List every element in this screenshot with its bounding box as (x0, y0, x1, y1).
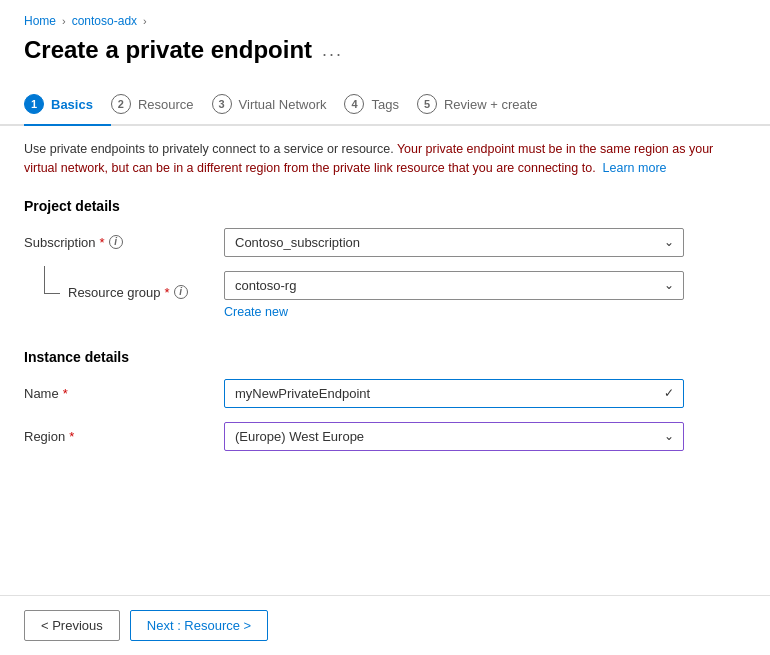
breadcrumb-home[interactable]: Home (24, 14, 56, 28)
subscription-label: Subscription * i (24, 228, 224, 250)
region-required: * (69, 429, 74, 444)
tab-basics[interactable]: 1 Basics (24, 84, 111, 126)
subscription-info-icon[interactable]: i (109, 235, 123, 249)
instance-details-title: Instance details (24, 349, 746, 365)
region-control: (Europe) West Europe ⌄ (224, 422, 684, 451)
tab-review-create[interactable]: 5 Review + create (417, 84, 556, 126)
tab-basics-label: Basics (51, 97, 93, 112)
next-button[interactable]: Next : Resource > (130, 610, 268, 641)
breadcrumb-sep1: › (62, 15, 66, 27)
previous-button[interactable]: < Previous (24, 610, 120, 641)
rg-select-wrapper: contoso-rg ⌄ (224, 271, 684, 300)
subscription-select[interactable]: Contoso_subscription (224, 228, 684, 257)
name-select[interactable]: myNewPrivateEndpoint (224, 379, 684, 408)
resource-group-select[interactable]: contoso-rg (224, 271, 684, 300)
region-select[interactable]: (Europe) West Europe (224, 422, 684, 451)
tab-review-circle: 5 (417, 94, 437, 114)
project-details-title: Project details (24, 198, 746, 214)
tab-vnet-circle: 3 (212, 94, 232, 114)
tab-tags[interactable]: 4 Tags (344, 84, 416, 126)
project-details-section: Project details Subscription * i Contoso… (0, 188, 770, 339)
tab-resource-label: Resource (138, 97, 194, 112)
create-new-link[interactable]: Create new (224, 305, 288, 319)
subscription-control: Contoso_subscription ⌄ (224, 228, 684, 257)
info-text-normal: Use private endpoints to privately conne… (24, 142, 397, 156)
rg-info-icon[interactable]: i (174, 285, 188, 299)
page-title: Create a private endpoint (24, 36, 312, 64)
resource-group-row: Resource group * i contoso-rg ⌄ Create n… (24, 271, 746, 319)
subscription-required: * (100, 235, 105, 250)
tab-basics-circle: 1 (24, 94, 44, 114)
subscription-select-wrapper: Contoso_subscription ⌄ (224, 228, 684, 257)
name-select-wrapper: myNewPrivateEndpoint ✓ (224, 379, 684, 408)
subscription-row: Subscription * i Contoso_subscription ⌄ (24, 228, 746, 257)
more-options-icon[interactable]: ... (322, 40, 343, 61)
region-row: Region * (Europe) West Europe ⌄ (24, 422, 746, 451)
info-bar: Use private endpoints to privately conne… (0, 126, 770, 188)
name-label: Name * (24, 379, 224, 401)
tab-review-label: Review + create (444, 97, 538, 112)
bottom-bar: < Previous Next : Resource > (0, 595, 770, 655)
breadcrumb-sep2: › (143, 15, 147, 27)
page-title-row: Create a private endpoint ... (0, 36, 770, 84)
name-control: myNewPrivateEndpoint ✓ (224, 379, 684, 408)
breadcrumb: Home › contoso-adx › (0, 0, 770, 36)
breadcrumb-resource[interactable]: contoso-adx (72, 14, 137, 28)
region-label: Region * (24, 422, 224, 444)
rg-indent-line (44, 266, 60, 294)
instance-details-section: Instance details Name * myNewPrivateEndp… (0, 339, 770, 471)
tab-tags-label: Tags (371, 97, 398, 112)
rg-required: * (165, 285, 170, 300)
resource-group-label: Resource group * i (68, 278, 223, 300)
wizard-tabs: 1 Basics 2 Resource 3 Virtual Network 4 … (0, 84, 770, 126)
learn-more-link[interactable]: Learn more (603, 161, 667, 175)
tab-virtual-network[interactable]: 3 Virtual Network (212, 84, 345, 126)
tab-resource-circle: 2 (111, 94, 131, 114)
region-select-wrapper: (Europe) West Europe ⌄ (224, 422, 684, 451)
tab-tags-circle: 4 (344, 94, 364, 114)
resource-group-control: contoso-rg ⌄ Create new (224, 271, 684, 319)
name-row: Name * myNewPrivateEndpoint ✓ (24, 379, 746, 408)
name-required: * (63, 386, 68, 401)
tab-vnet-label: Virtual Network (239, 97, 327, 112)
resource-group-label-wrap: Resource group * i (24, 271, 224, 300)
tab-resource[interactable]: 2 Resource (111, 84, 212, 126)
